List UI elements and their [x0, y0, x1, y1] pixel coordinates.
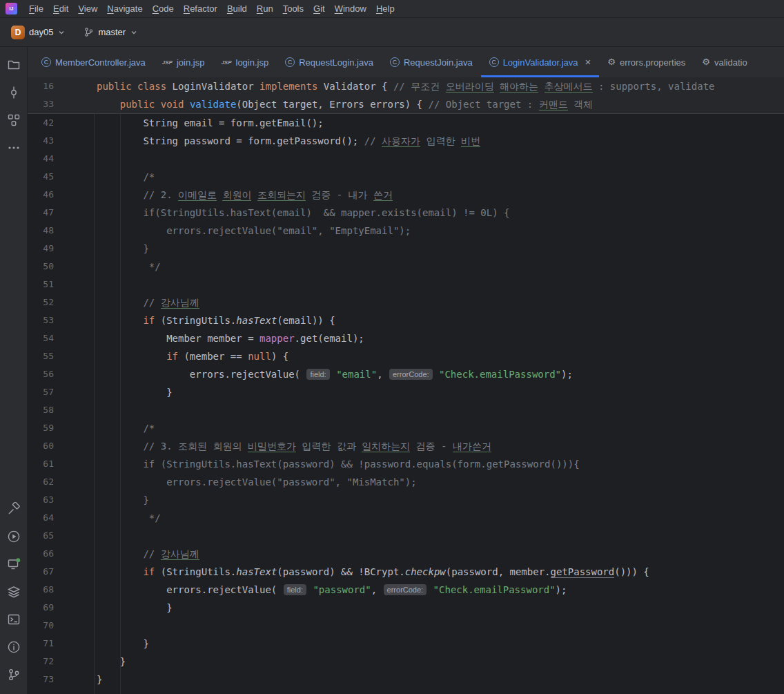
line-number[interactable]: 70	[28, 617, 58, 635]
code-line[interactable]: 47 if(StringUtils.hasText(email) && mapp…	[28, 204, 784, 222]
code-line[interactable]: 46 // 2. 이메일로 회원이 조회되는지 검증 - 내가 쓴거	[28, 186, 784, 204]
editor[interactable]: 16public class LoginValidator implements…	[28, 77, 784, 694]
line-number[interactable]: 54	[28, 329, 58, 347]
layers-icon[interactable]	[2, 578, 26, 606]
menu-refactor[interactable]: Refactor	[179, 2, 222, 15]
line-number[interactable]: 71	[28, 635, 58, 653]
code-line[interactable]: 55 if (member == null) {	[28, 347, 784, 365]
code-line[interactable]: 68 errors.rejectValue( field: "password"…	[28, 581, 784, 599]
code-line[interactable]: 42 String email = form.getEmail();	[28, 114, 784, 132]
code-line[interactable]: 67 if (StringUtils.hasText(password) && …	[28, 563, 784, 581]
terminal-icon[interactable]	[2, 606, 26, 633]
code-line[interactable]: 33 public void validate(Object target, E…	[28, 95, 784, 113]
line-number[interactable]: 61	[28, 455, 58, 473]
code-line[interactable]: 60 // 3. 조회된 회원의 비밀번호가 입력한 값과 일치하는지 검증 -…	[28, 437, 784, 455]
code-line[interactable]: 56 errors.rejectValue( field: "email", e…	[28, 365, 784, 383]
line-number[interactable]: 58	[28, 401, 58, 419]
code-line[interactable]: 48 errors.rejectValue("email", "EmptyEma…	[28, 222, 784, 240]
commit-icon[interactable]	[2, 79, 26, 106]
menu-view[interactable]: View	[73, 2, 102, 15]
tab-join.jsp[interactable]: JSPjoin.jsp	[154, 47, 213, 77]
line-number[interactable]: 46	[28, 186, 58, 204]
build-icon[interactable]	[2, 495, 26, 523]
code-line[interactable]: 59 /*	[28, 419, 784, 437]
tab-MemberController.java[interactable]: CMemberController.java	[33, 47, 154, 77]
line-number[interactable]: 51	[28, 276, 58, 293]
line-number[interactable]: 65	[28, 527, 58, 545]
line-number[interactable]: 62	[28, 473, 58, 491]
menu-build[interactable]: Build	[222, 2, 252, 15]
code-line[interactable]: 16public class LoginValidator implements…	[28, 77, 784, 95]
structure-icon[interactable]	[2, 106, 26, 134]
tab-login.jsp[interactable]: JSPlogin.jsp	[213, 47, 277, 77]
line-number[interactable]: 47	[28, 204, 58, 222]
line-number[interactable]: 66	[28, 545, 58, 563]
code-area[interactable]: 42 String email = form.getEmail();43 Str…	[28, 114, 784, 688]
tab-errors.properties[interactable]: ⚙errors.properties	[599, 47, 694, 77]
line-number[interactable]: 56	[28, 365, 58, 383]
line-number[interactable]: 63	[28, 491, 58, 509]
project-folder-icon[interactable]	[2, 51, 26, 79]
menu-code[interactable]: Code	[148, 2, 179, 15]
menu-edit[interactable]: Edit	[48, 2, 73, 15]
menu-file[interactable]: File	[24, 2, 48, 15]
line-number[interactable]: 68	[28, 581, 58, 599]
code-line[interactable]: 64 */	[28, 509, 784, 527]
code-line[interactable]: 51	[28, 276, 784, 293]
line-number[interactable]: 73	[28, 671, 58, 688]
code-line[interactable]: 49 }	[28, 240, 784, 258]
line-number[interactable]: 52	[28, 293, 58, 311]
tab-RequestLogin.java[interactable]: CRequestLogin.java	[277, 47, 382, 77]
close-tab-icon[interactable]: ×	[585, 57, 591, 67]
services-icon[interactable]	[2, 550, 26, 578]
line-number[interactable]: 33	[28, 95, 58, 113]
code-line[interactable]: 43 String password = form.getPassword();…	[28, 132, 784, 150]
line-number[interactable]: 45	[28, 168, 58, 186]
version-control-icon[interactable]	[2, 661, 26, 688]
project-selector[interactable]: D day05	[7, 23, 70, 42]
code-line[interactable]: 61 if (StringUtils.hasText(password) && …	[28, 455, 784, 473]
tab-RequestJoin.java[interactable]: CRequestJoin.java	[382, 47, 481, 77]
more-icon[interactable]	[2, 134, 26, 162]
line-number[interactable]: 60	[28, 437, 58, 455]
line-number[interactable]: 16	[28, 77, 58, 95]
line-number[interactable]: 49	[28, 240, 58, 258]
code-line[interactable]: 73}	[28, 671, 784, 688]
line-number[interactable]: 69	[28, 599, 58, 617]
branch-selector[interactable]: master	[79, 24, 142, 40]
code-line[interactable]: 44	[28, 150, 784, 168]
menu-tools[interactable]: Tools	[278, 2, 308, 15]
problems-icon[interactable]	[2, 633, 26, 661]
tab-validatio[interactable]: ⚙validatio	[694, 47, 755, 77]
line-number[interactable]: 48	[28, 222, 58, 240]
code-line[interactable]: 63 }	[28, 491, 784, 509]
menu-navigate[interactable]: Navigate	[102, 2, 147, 15]
code-line[interactable]: 69 }	[28, 599, 784, 617]
code-line[interactable]: 66 // 강사님께	[28, 545, 784, 563]
menu-git[interactable]: Git	[308, 2, 330, 15]
menu-window[interactable]: Window	[330, 2, 371, 15]
code-line[interactable]: 65	[28, 527, 784, 545]
code-line[interactable]: 52 // 강사님께	[28, 293, 784, 311]
line-number[interactable]: 64	[28, 509, 58, 527]
code-line[interactable]: 57 }	[28, 383, 784, 401]
line-number[interactable]: 55	[28, 347, 58, 365]
run-icon[interactable]	[2, 523, 26, 550]
code-line[interactable]: 70	[28, 617, 784, 635]
line-number[interactable]: 50	[28, 258, 58, 276]
line-number[interactable]: 42	[28, 114, 58, 132]
code-line[interactable]: 71 }	[28, 635, 784, 653]
line-number[interactable]: 59	[28, 419, 58, 437]
code-line[interactable]: 50 */	[28, 258, 784, 276]
tab-LoginValidator.java[interactable]: CLoginValidator.java×	[481, 47, 600, 77]
code-line[interactable]: 53 if (StringUtils.hasText(email)) {	[28, 311, 784, 329]
code-line[interactable]: 72 }	[28, 653, 784, 671]
code-line[interactable]: 45 /*	[28, 168, 784, 186]
menu-help[interactable]: Help	[371, 2, 400, 15]
code-line[interactable]: 62 errors.rejectValue("password", "MisMa…	[28, 473, 784, 491]
code-line[interactable]: 54 Member member = mapper.get(email);	[28, 329, 784, 347]
line-number[interactable]: 44	[28, 150, 58, 168]
line-number[interactable]: 43	[28, 132, 58, 150]
line-number[interactable]: 57	[28, 383, 58, 401]
line-number[interactable]: 67	[28, 563, 58, 581]
